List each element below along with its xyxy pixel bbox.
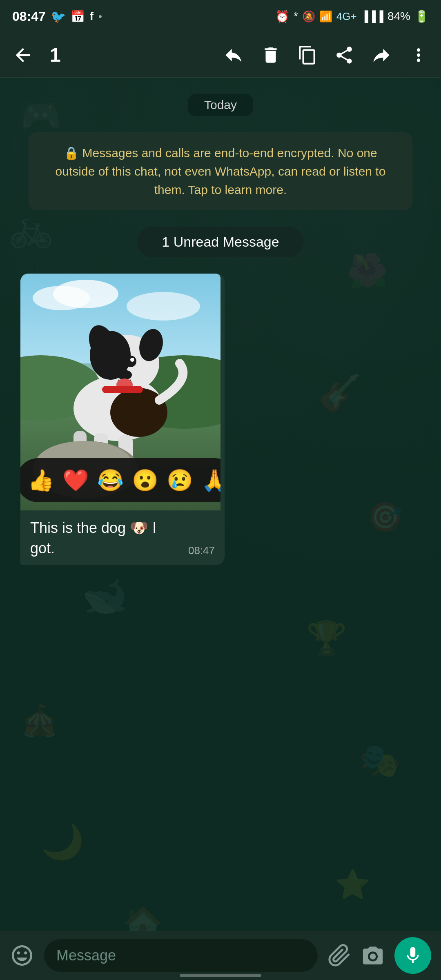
- svg-text:🌙: 🌙: [41, 821, 85, 862]
- svg-text:🏆: 🏆: [306, 619, 347, 657]
- svg-point-29: [125, 356, 136, 367]
- message-input[interactable]: Message: [44, 939, 318, 972]
- message-time: 08:47: [180, 543, 215, 559]
- svg-text:🐋: 🐋: [82, 574, 128, 618]
- chat-background: 🎮 🎵 🚲 🌺 📷 🎸 🌍 🎯 🐋 🏆 🎪 🎭 🌙 ⭐ 🏠 Today 🔒 Me…: [0, 78, 441, 931]
- chat-content: Today 🔒 Messages and calls are end-to-en…: [0, 78, 441, 573]
- encryption-text: 🔒 Messages and calls are end-to-end encr…: [56, 146, 386, 196]
- time: 08:47: [12, 9, 46, 24]
- svg-point-32: [117, 370, 132, 380]
- reaction-bar[interactable]: 👍 ❤️ 😂 😮 😢 🙏 +: [20, 458, 220, 502]
- cry-reaction[interactable]: 😢: [167, 468, 193, 493]
- svg-point-31: [109, 356, 119, 366]
- status-left: 08:47 🐦 📅 f •: [12, 9, 102, 24]
- message-content: This is the dog 🐶 I got.: [30, 518, 177, 559]
- emoji-button[interactable]: [10, 943, 34, 968]
- status-bar: 08:47 🐦 📅 f • ⏰ * 🔕 📶 4G+ ▐▐▐ 84% 🔋: [0, 0, 441, 33]
- calendar-icon: 📅: [71, 10, 85, 23]
- svg-text:🎭: 🎭: [359, 741, 400, 780]
- battery-icon: 🔋: [414, 10, 429, 23]
- dot-icon: •: [98, 11, 102, 22]
- svg-point-17: [53, 280, 118, 308]
- alarm-icon: ⏰: [275, 10, 290, 23]
- network-icon: 4G+: [336, 10, 357, 23]
- more-button[interactable]: [408, 45, 429, 65]
- twitter-icon: 🐦: [51, 9, 66, 24]
- reply-button[interactable]: [223, 45, 244, 66]
- svg-point-18: [127, 292, 200, 321]
- pray-reaction[interactable]: 🙏: [201, 468, 220, 493]
- nav-indicator: [180, 974, 261, 977]
- messages-area: 👍 ❤️ 😂 😮 😢 🙏 + This is the dog 🐶 I got. …: [12, 274, 429, 565]
- message-image[interactable]: 👍 ❤️ 😂 😮 😢 🙏 +: [20, 274, 220, 510]
- message-text-row: This is the dog 🐶 I got. 08:47: [20, 510, 225, 565]
- laugh-reaction[interactable]: 😂: [97, 468, 124, 493]
- wow-reaction[interactable]: 😮: [132, 468, 158, 493]
- wifi-icon: 📶: [319, 10, 332, 23]
- unread-label: 1 Unread Message: [137, 227, 303, 257]
- incoming-message-bubble[interactable]: 👍 ❤️ 😂 😮 😢 🙏 + This is the dog 🐶 I got. …: [20, 274, 225, 565]
- thumbs-up-reaction[interactable]: 👍: [28, 468, 54, 493]
- mute-icon: 🔕: [302, 10, 315, 23]
- svg-point-30: [130, 358, 134, 362]
- mic-button[interactable]: [394, 937, 431, 974]
- attach-button[interactable]: [327, 944, 351, 967]
- delete-button[interactable]: [261, 45, 281, 65]
- svg-text:🎪: 🎪: [20, 702, 59, 739]
- selected-count: 1: [50, 44, 61, 66]
- input-bar: Message: [0, 931, 441, 980]
- back-button[interactable]: [12, 45, 33, 66]
- status-right: ⏰ * 🔕 📶 4G+ ▐▐▐ 84% 🔋: [275, 10, 429, 23]
- facebook-icon: f: [90, 10, 94, 23]
- svg-text:⭐: ⭐: [335, 868, 371, 902]
- encryption-notice[interactable]: 🔒 Messages and calls are end-to-end encr…: [29, 132, 412, 210]
- toolbar: 1: [0, 33, 441, 78]
- svg-rect-34: [102, 386, 143, 393]
- camera-button[interactable]: [361, 944, 385, 967]
- today-label: Today: [188, 94, 253, 116]
- toolbar-actions: [223, 45, 429, 66]
- signal-bars: ▐▐▐: [361, 10, 383, 23]
- message-placeholder: Message: [56, 947, 116, 964]
- message-text: This is the dog 🐶 I got. 08:47: [20, 510, 225, 565]
- heart-reaction[interactable]: ❤️: [62, 468, 89, 493]
- forward-button[interactable]: [371, 45, 392, 66]
- bluetooth-icon: *: [294, 10, 298, 23]
- share-button[interactable]: [334, 45, 354, 65]
- unread-badge: 1 Unread Message: [12, 227, 429, 257]
- battery-percent: 84%: [388, 10, 410, 23]
- today-badge: Today: [12, 94, 429, 116]
- copy-button[interactable]: [297, 45, 318, 65]
- svg-text:🏠: 🏠: [122, 904, 163, 931]
